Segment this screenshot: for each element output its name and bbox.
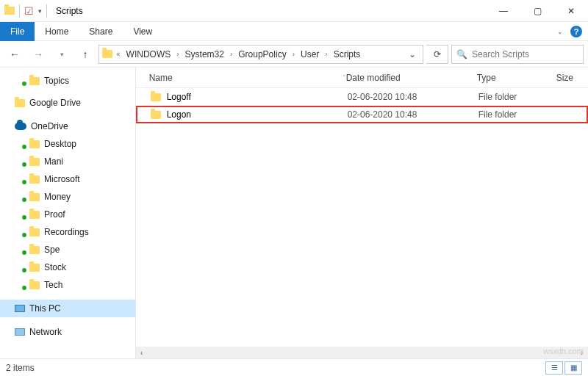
- tree-label: Topics: [44, 76, 69, 86]
- column-type[interactable]: Type: [477, 73, 556, 83]
- separator: [19, 4, 20, 18]
- status-text: 2 items: [6, 363, 35, 373]
- search-input[interactable]: 🔍 Search Scripts: [451, 45, 584, 64]
- up-button[interactable]: ↑: [75, 44, 96, 65]
- horizontal-scrollbar[interactable]: ‹ ›: [136, 347, 588, 358]
- folder-icon: [151, 93, 161, 101]
- table-row[interactable]: Logoff 02-06-2020 10:48 File folder: [136, 88, 588, 106]
- tree-item-this-pc[interactable]: This PC: [0, 300, 135, 317]
- pc-icon: [15, 305, 25, 312]
- sync-ok-icon: [22, 82, 26, 86]
- column-date[interactable]: Date modified: [346, 73, 477, 83]
- quick-access-toolbar: ☑ ▾: [0, 4, 51, 18]
- properties-icon[interactable]: ☑: [24, 5, 34, 17]
- sync-ok-icon: [22, 268, 26, 272]
- tree-item[interactable]: Microsoft: [0, 170, 135, 188]
- search-icon: 🔍: [456, 49, 467, 59]
- tree-label: Spe: [44, 245, 60, 255]
- tree-label: Stock: [44, 262, 66, 272]
- tree-item[interactable]: Mani: [0, 153, 135, 170]
- chevron-right-icon: ›: [228, 50, 234, 58]
- recent-locations-icon[interactable]: ▾: [51, 44, 72, 65]
- tree-label: Tech: [44, 280, 62, 290]
- tree-item[interactable]: Tech: [0, 276, 135, 294]
- crumb[interactable]: System32: [183, 49, 226, 59]
- tree-item-topics[interactable]: Topics: [0, 72, 135, 90]
- crumb[interactable]: GroupPolicy: [236, 49, 288, 59]
- folder-icon: [102, 50, 112, 58]
- tab-view[interactable]: View: [123, 22, 162, 41]
- tree-label: Money: [44, 192, 71, 202]
- ribbon-tabs: File Home Share View ⌄ ?: [0, 22, 588, 41]
- tree-label: Google Drive: [29, 98, 81, 108]
- forward-button[interactable]: →: [28, 44, 49, 65]
- crumb[interactable]: Scripts: [331, 49, 363, 59]
- onedrive-icon: [15, 123, 26, 130]
- tree-item[interactable]: Spe: [0, 241, 135, 258]
- tree-label: Mani: [44, 156, 63, 167]
- close-button[interactable]: ✕: [554, 0, 588, 22]
- tree-label: OneDrive: [31, 121, 68, 131]
- tree-label: Desktop: [44, 139, 76, 149]
- tree-item-google-drive[interactable]: Google Drive: [0, 94, 135, 112]
- tab-home[interactable]: Home: [35, 22, 79, 41]
- back-button[interactable]: ←: [4, 44, 25, 65]
- view-toggle: ☰ ▦: [545, 361, 582, 375]
- scroll-left-icon[interactable]: ‹: [136, 349, 148, 357]
- help-icon[interactable]: ?: [570, 26, 582, 37]
- content-pane: Name˄ Date modified Type Size Logoff 02-…: [136, 68, 588, 358]
- tab-share[interactable]: Share: [79, 22, 123, 41]
- sync-ok-icon: [22, 198, 26, 202]
- tree-label: Microsoft: [44, 174, 80, 184]
- folder-icon: [29, 281, 40, 289]
- file-type: File folder: [478, 109, 558, 120]
- status-bar: 2 items ☰ ▦: [0, 358, 588, 376]
- address-bar[interactable]: « WINDOWS › System32 › GroupPolicy › Use…: [98, 45, 423, 64]
- navigation-pane[interactable]: Topics Google Drive OneDrive Desktop Man…: [0, 68, 136, 358]
- folder-icon: [29, 140, 40, 148]
- maximize-button[interactable]: ▢: [520, 0, 554, 22]
- file-type: File folder: [478, 92, 558, 102]
- address-row: ← → ▾ ↑ « WINDOWS › System32 › GroupPoli…: [0, 41, 588, 68]
- tree-label: Network: [29, 327, 62, 337]
- address-dropdown-icon[interactable]: ⌄: [405, 49, 420, 59]
- file-name: Logon: [167, 109, 191, 120]
- tree-label: Proof: [44, 209, 65, 220]
- tree-item-network[interactable]: Network: [0, 323, 135, 341]
- ribbon-collapse-icon[interactable]: ⌄: [557, 28, 563, 35]
- crumb[interactable]: WINDOWS: [124, 49, 173, 59]
- column-size[interactable]: Size: [556, 73, 588, 83]
- folder-icon: [29, 77, 40, 85]
- column-headers: Name˄ Date modified Type Size: [136, 68, 588, 88]
- folder-icon: [151, 111, 161, 119]
- table-row-highlighted[interactable]: Logon 02-06-2020 10:48 File folder: [136, 106, 588, 123]
- tree-item[interactable]: Recordings: [0, 223, 135, 241]
- column-name[interactable]: Name˄: [149, 73, 346, 83]
- crumb[interactable]: User: [298, 49, 321, 59]
- qat-dropdown-icon[interactable]: ▾: [38, 7, 42, 15]
- tree-item[interactable]: Money: [0, 188, 135, 206]
- tree-label: Recordings: [44, 227, 89, 237]
- watermark: wsxdn.com: [543, 347, 584, 355]
- sync-ok-icon: [22, 180, 26, 184]
- file-date: 02-06-2020 10:48: [348, 109, 478, 120]
- icons-view-button[interactable]: ▦: [564, 361, 582, 375]
- refresh-button[interactable]: ⟳: [426, 45, 448, 64]
- details-view-button[interactable]: ☰: [545, 361, 563, 375]
- tree-item[interactable]: Proof: [0, 206, 135, 223]
- tree-item-onedrive[interactable]: OneDrive: [0, 118, 135, 135]
- titlebar: ☑ ▾ Scripts ― ▢ ✕: [0, 0, 588, 22]
- folder-icon[interactable]: [4, 7, 15, 15]
- sync-ok-icon: [22, 233, 26, 237]
- sync-ok-icon: [22, 145, 26, 149]
- folder-icon: [29, 264, 40, 272]
- network-icon: [15, 328, 25, 336]
- file-name: Logoff: [167, 92, 191, 102]
- folder-icon: [15, 99, 25, 107]
- minimize-button[interactable]: ―: [487, 0, 520, 22]
- tree-item[interactable]: Stock: [0, 258, 135, 276]
- tree-item[interactable]: Desktop: [0, 135, 135, 153]
- tab-file[interactable]: File: [0, 22, 35, 41]
- sync-ok-icon: [22, 162, 26, 167]
- chevron-left-icon[interactable]: «: [114, 50, 123, 58]
